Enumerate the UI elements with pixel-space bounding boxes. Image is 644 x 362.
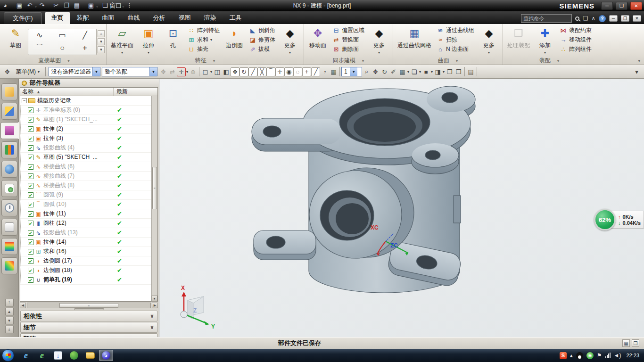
nx-logo-icon[interactable]: ◕ [0, 1, 10, 10]
resource-scroll-3[interactable]: ⤓ [5, 326, 14, 333]
collapse-icon[interactable]: − [22, 98, 27, 103]
network-icon[interactable] [605, 353, 611, 358]
拉伸-button[interactable]: ▣拉伸▾ [136, 25, 161, 57]
N 边曲面-button[interactable]: ⌂N 边曲面 [435, 45, 476, 54]
rotate-point-icon[interactable]: ↻ [239, 67, 248, 76]
tree-row[interactable]: ✔▣拉伸 (2)✔ [20, 124, 157, 134]
new-window-icon[interactable]: ❐ [445, 67, 454, 76]
tab-曲面[interactable]: 曲面 [96, 12, 121, 24]
point-on-face-icon[interactable]: ◔ [320, 67, 329, 76]
highlight-shaded-icon[interactable]: ◫ [213, 67, 222, 76]
close-button[interactable]: ✕ [630, 2, 642, 10]
more-button[interactable]: ◆更多▾ [477, 25, 501, 57]
midpoint-snap-icon[interactable]: ╳ [257, 67, 266, 76]
tab-渲染[interactable]: 渲染 [198, 12, 223, 24]
download-tool-taskbar-icon[interactable]: ↓ [51, 350, 65, 361]
doc-restore-button[interactable]: ❐ [621, 15, 629, 22]
tree-row[interactable]: ✔▣拉伸 (14)✔ [20, 238, 157, 247]
layout-icon[interactable]: ▦ [398, 67, 407, 76]
通过曲线网格-button[interactable]: ▦通过曲线网格 [395, 25, 434, 57]
dialog-launcher-icon[interactable]: ▾ [213, 58, 215, 63]
help-icon[interactable]: ? [599, 15, 606, 22]
tree-row[interactable]: ✔∪简单孔 (19)✔ [20, 275, 157, 285]
feature-checkbox[interactable]: ✔ [28, 239, 33, 245]
reset-filter-icon[interactable]: ⇄ [168, 67, 177, 76]
scroll-left-arrow[interactable]: ◀ [20, 303, 26, 308]
feature-checkbox[interactable]: ✔ [28, 183, 33, 189]
tree-row[interactable]: ✔◗边倒圆 (17)✔ [20, 256, 157, 266]
tree-row[interactable]: ✔⌒圆弧 (9)✔ [20, 190, 157, 200]
拔模-button[interactable]: ⇗拔模 [248, 45, 277, 54]
删除面-button[interactable]: ⊠删除面 [331, 45, 366, 54]
feature-checkbox[interactable]: ✔ [28, 136, 33, 141]
ribbon-options-icon[interactable]: ᎒ [124, 1, 134, 10]
tree-horizontal-scrollbar[interactable]: ◀ ≡ ▶ [20, 303, 158, 308]
palette-icon[interactable]: ◨ [433, 67, 442, 76]
memory-percent-badge[interactable]: 62% [594, 209, 616, 230]
hidden-icons-chevron[interactable]: ▴ [570, 352, 573, 359]
feature-checkbox[interactable]: ✔ [28, 221, 33, 226]
feature-checkbox[interactable]: ✔ [28, 249, 33, 255]
cut-icon[interactable]: ✂ [51, 1, 61, 10]
speed-monitor-overlay[interactable]: ↑0K/s ↓0.04K/s 62% [594, 209, 644, 230]
pin-icon[interactable] [22, 81, 27, 86]
constraint-navigator-tab[interactable] [1, 103, 17, 120]
graphics-viewport[interactable]: XC ZC X Y Z ↑0K/s ↓0.04K/s 62% [159, 79, 644, 337]
style-icon[interactable]: ✐ [389, 67, 398, 76]
sketch-tool-icon-4[interactable]: ○ [60, 44, 65, 52]
孔-button[interactable]: ⊡孔 [161, 25, 185, 57]
intersection-snap-icon[interactable]: ✛ [275, 67, 284, 76]
tree-row[interactable]: ✔∿桥接曲线 (6)✔ [20, 162, 157, 172]
status-alert-icon[interactable]: ▦ [622, 339, 630, 347]
snap-enable-icon[interactable]: ❖ [231, 67, 239, 76]
倒斜角-button[interactable]: ◣倒斜角 [248, 26, 277, 35]
装配约束-button[interactable]: ⋈装配约束 [558, 26, 593, 35]
marquee-select-icon[interactable]: ▢ [201, 67, 210, 76]
scroll-down-arrow[interactable]: ▼ [151, 296, 157, 302]
dialog-launcher-icon[interactable]: ▾ [67, 58, 70, 63]
safety-360-tray-icon[interactable]: ◉ [586, 352, 594, 359]
tree-row[interactable]: ✔✛基准坐标系 (0)✔ [20, 106, 157, 115]
assembly-navigator-tab[interactable] [1, 83, 17, 100]
feature-checkbox[interactable]: ✔ [28, 202, 33, 207]
基准平面-button[interactable]: ▱基准平面▾ [108, 25, 136, 57]
tangent-snap-icon[interactable]: ⌒ [266, 67, 275, 76]
通过曲线组-button[interactable]: ≋通过曲线组 [435, 26, 476, 35]
scrollbar-thumb[interactable]: ≡ [59, 303, 118, 308]
feature-checkbox[interactable]: ✔ [28, 211, 33, 217]
gallery-scroll-down-icon[interactable]: ▼ [98, 38, 105, 45]
file-menu-button[interactable]: 文件(F) [4, 12, 42, 25]
grid-snap-icon[interactable]: ▦ [329, 67, 338, 76]
cascade-window-icon[interactable]: ❒ [454, 67, 463, 76]
sketch-tool-icon-0[interactable]: ∿ [36, 31, 42, 40]
tree-row[interactable]: ✔▣拉伸 (3)✔ [20, 134, 157, 143]
more-tools-caret[interactable]: ▾ [632, 67, 641, 76]
tab-工具[interactable]: 工具 [223, 12, 248, 24]
green-app-taskbar-icon[interactable] [67, 350, 81, 361]
view-scale-combo[interactable]: 1▼ [341, 67, 362, 76]
start-button[interactable] [2, 349, 14, 362]
appearance-icon[interactable]: ❏ [410, 67, 419, 76]
阵列组件-button[interactable]: ∴阵列组件 [558, 45, 593, 54]
browser-360-taskbar-icon[interactable]: e [35, 350, 49, 361]
dialog-launcher-icon[interactable]: ▾ [362, 58, 364, 63]
feature-checkbox[interactable]: ✔ [28, 164, 33, 170]
column-name[interactable]: 名称 ▲ [20, 88, 114, 96]
zoom-window-icon[interactable]: ⌕ [362, 67, 371, 76]
rotate-view-icon[interactable]: ↻ [380, 67, 389, 76]
undo-icon[interactable]: ↶ [25, 1, 34, 10]
feature-checkbox[interactable]: ✔ [28, 117, 33, 123]
taskbar-clock[interactable]: 22:23 [626, 353, 639, 358]
panel-相依性[interactable]: 相依性∨ [20, 311, 157, 321]
measure-icon[interactable]: ▤ [466, 67, 475, 76]
roles-tab[interactable] [1, 238, 17, 255]
chevron-down-icon[interactable]: ▾ [407, 70, 409, 74]
scrollbar-thumb[interactable]: ≡ [152, 167, 157, 209]
添加-button[interactable]: ✚添加▾ [533, 25, 557, 57]
偏置区域-button[interactable]: ⊟偏置区域 [331, 26, 366, 35]
quadrant-snap-icon[interactable]: ◌ [293, 67, 302, 76]
save-as-icon[interactable]: ▣ [86, 1, 96, 10]
阵列特征-button[interactable]: ∷阵列特征 [186, 26, 221, 35]
tree-root-row[interactable]: −模型历史记录 [20, 96, 157, 106]
chevron-down-icon[interactable]: ▾ [419, 70, 421, 74]
